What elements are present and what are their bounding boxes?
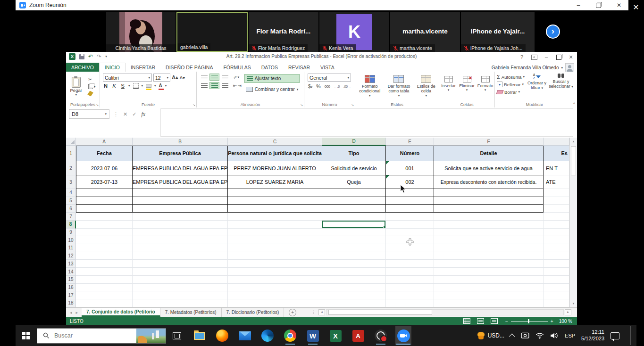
cell[interactable]: [76, 236, 133, 244]
cell[interactable]: [76, 252, 133, 260]
participant-tile-cinthia[interactable]: Cinthia Yadira Bastidas: [106, 12, 176, 52]
cell[interactable]: [228, 197, 322, 205]
vertical-scrollbar[interactable]: ▴ ▾: [569, 138, 577, 307]
cell[interactable]: [76, 291, 133, 299]
cell[interactable]: [544, 276, 569, 284]
cell[interactable]: [133, 299, 228, 307]
cell[interactable]: [322, 221, 386, 229]
cell[interactable]: [322, 260, 386, 268]
row-header[interactable]: 12: [66, 252, 76, 260]
cell[interactable]: [434, 252, 544, 260]
cell[interactable]: [76, 197, 133, 205]
insert-cells-button[interactable]: Insertar▾: [440, 74, 458, 92]
collapse-ribbon-button[interactable]: ^: [573, 102, 575, 107]
cell[interactable]: [228, 213, 322, 221]
show-desktop-button[interactable]: [630, 326, 633, 345]
cell[interactable]: [386, 276, 434, 284]
underline-button[interactable]: S: [120, 83, 125, 89]
sheet-nav-right-icon[interactable]: ▸: [76, 310, 78, 315]
file-explorer-button[interactable]: [192, 326, 208, 345]
cell[interactable]: [544, 221, 569, 229]
decrease-decimal-button[interactable]: .00→: [343, 84, 351, 89]
zoom-out-icon[interactable]: −: [505, 319, 508, 324]
cell[interactable]: [434, 189, 544, 197]
cell[interactable]: [544, 244, 569, 252]
align-middle-button[interactable]: [209, 74, 219, 81]
sheet-tab-metadatos[interactable]: 7. Metadatos (Petitorios): [160, 308, 222, 317]
dialog-launcher-icon[interactable]: ↘: [300, 103, 303, 107]
cell[interactable]: [133, 291, 228, 299]
scroll-down-icon[interactable]: ▾: [570, 300, 577, 307]
cell[interactable]: [133, 189, 228, 197]
grow-font-button[interactable]: A▴: [172, 74, 178, 81]
delete-cells-button[interactable]: ✕ Eliminar▾: [458, 74, 476, 92]
cell[interactable]: [133, 284, 228, 292]
cell[interactable]: 002: [386, 175, 434, 189]
scroll-thumb[interactable]: [571, 146, 576, 175]
align-center-button[interactable]: [209, 82, 219, 89]
row-header[interactable]: 11: [66, 244, 76, 252]
cell[interactable]: [228, 252, 322, 260]
edge-button[interactable]: [259, 326, 276, 345]
excel-close-button[interactable]: ✕: [565, 52, 577, 62]
mail-button[interactable]: [237, 326, 253, 345]
row-header[interactable]: 8: [66, 221, 76, 229]
cell[interactable]: [434, 268, 544, 276]
cell[interactable]: [434, 229, 544, 237]
align-right-button[interactable]: [220, 82, 230, 89]
header-cell[interactable]: Empresa Pública: [133, 146, 228, 161]
row-header[interactable]: 9: [66, 229, 76, 237]
row-header[interactable]: 2: [66, 161, 76, 175]
cell[interactable]: [228, 244, 322, 252]
cell[interactable]: [76, 205, 133, 213]
word-button[interactable]: W: [305, 326, 321, 345]
cell[interactable]: [434, 291, 544, 299]
cell[interactable]: [76, 276, 133, 284]
row-header[interactable]: 6: [66, 205, 76, 213]
search-input[interactable]: [53, 332, 121, 339]
cell[interactable]: [386, 268, 434, 276]
excel-minimize-button[interactable]: –: [540, 52, 552, 62]
cell[interactable]: [322, 197, 386, 205]
cell[interactable]: [322, 213, 386, 221]
row-header[interactable]: 13: [66, 260, 76, 268]
cell[interactable]: [133, 229, 228, 237]
cell[interactable]: [76, 260, 133, 268]
conditional-formatting-button[interactable]: Formato condicional▾: [357, 74, 383, 98]
scroll-right-icon[interactable]: ▸: [565, 309, 571, 315]
cell[interactable]: [322, 276, 386, 284]
cell[interactable]: [76, 284, 133, 292]
name-box[interactable]: D8 ▾: [69, 109, 109, 119]
column-header-c[interactable]: C: [228, 138, 322, 146]
scroll-track[interactable]: [326, 309, 564, 315]
volume-icon[interactable]: [550, 332, 559, 339]
firefox-button[interactable]: [214, 326, 230, 345]
tab-datos[interactable]: DATOS: [256, 63, 283, 72]
cell[interactable]: [133, 221, 228, 229]
new-sheet-button[interactable]: +: [289, 309, 296, 316]
row-header[interactable]: 1: [66, 146, 76, 161]
scroll-thumb[interactable]: [328, 310, 432, 315]
display-capture-icon[interactable]: [521, 332, 529, 339]
cell[interactable]: [133, 236, 228, 244]
format-painter-button[interactable]: [88, 91, 96, 97]
cell[interactable]: [322, 291, 386, 299]
cell[interactable]: [133, 276, 228, 284]
paste-button[interactable]: Pegar ▾: [70, 77, 82, 97]
cell[interactable]: [322, 189, 386, 197]
italic-button[interactable]: K: [111, 83, 117, 89]
search-box[interactable]: [37, 328, 166, 344]
participant-tile-flor[interactable]: Flor María Rodrí... Flor María Rodríguez: [249, 12, 318, 52]
decrease-indent-button[interactable]: ⇤: [233, 83, 237, 88]
header-cell[interactable]: Tipo: [322, 146, 386, 161]
fill-button[interactable]: ▾Rellenar▾: [497, 81, 525, 88]
format-as-table-button[interactable]: Dar formato como tabla▾: [385, 74, 412, 98]
cell[interactable]: [322, 205, 386, 213]
excel-restore-button[interactable]: [552, 52, 565, 62]
cell[interactable]: [386, 291, 434, 299]
cell[interactable]: [228, 284, 322, 292]
cell[interactable]: [386, 284, 434, 292]
cell[interactable]: EMPRESA PUBLICA DEL AGUA EPA EP: [133, 175, 228, 189]
cell[interactable]: [133, 244, 228, 252]
cell[interactable]: EMPRESA PUBLICA DEL AGUA EPA EP: [133, 161, 228, 175]
